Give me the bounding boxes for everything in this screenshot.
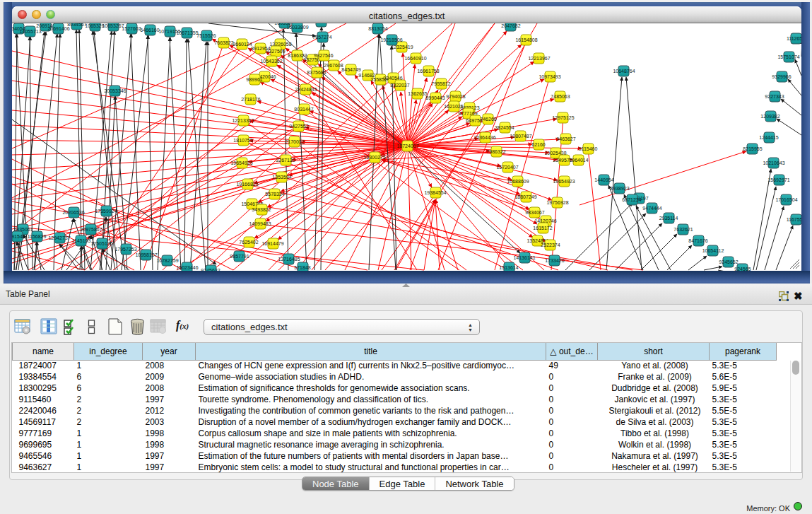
svg-text:2170012: 2170012 [285,139,304,144]
svg-text:924565: 924565 [734,267,751,271]
svg-text:7625402: 7625402 [239,240,258,245]
svg-text:17359924: 17359924 [95,209,117,214]
svg-text:391547: 391547 [12,234,25,239]
svg-text:9794028: 9794028 [446,94,465,99]
svg-text:8454749: 8454749 [341,67,360,72]
svg-text:19654923: 19654923 [553,179,575,184]
svg-text:10671355: 10671355 [176,30,198,35]
svg-text:20975867: 20975867 [80,227,102,232]
svg-text:1145193: 1145193 [72,238,91,243]
svg-text:1167553: 1167553 [787,217,801,222]
svg-text:12505135: 12505135 [90,241,112,246]
svg-text:16033809: 16033809 [286,25,308,30]
svg-text:20364436: 20364436 [473,135,495,140]
svg-text:746266: 746266 [480,117,496,122]
svg-text:15751074: 15751074 [777,54,799,59]
svg-text:9834067: 9834067 [525,210,544,215]
svg-text:9227343: 9227343 [765,94,784,99]
svg-text:18724007: 18724007 [396,144,418,148]
svg-text:1156829: 1156829 [28,234,47,239]
svg-text:1810755: 1810755 [233,138,252,143]
svg-text:10654112: 10654112 [702,248,724,253]
svg-text:3824554: 3824554 [495,125,514,130]
svg-text:9329966: 9329966 [772,74,791,79]
svg-text:10973493: 10973493 [539,74,560,79]
svg-text:7632621: 7632621 [673,227,693,232]
svg-text:7485063: 7485063 [551,94,570,99]
svg-text:1733426: 1733426 [545,258,564,263]
svg-text:6871234: 6871234 [622,197,641,202]
svg-text:17016504: 17016504 [775,197,797,202]
svg-text:20206536: 20206536 [62,210,84,215]
svg-text:13716485: 13716485 [278,257,300,262]
svg-text:1440954: 1440954 [594,177,613,182]
svg-text:12213313: 12213313 [232,118,254,123]
svg-text:8471676: 8471676 [688,238,707,243]
svg-text:62160: 62160 [531,142,546,147]
svg-text:22424845: 22424845 [295,87,317,92]
svg-text:10653267: 10653267 [102,23,124,28]
svg-text:1244415: 1244415 [759,135,778,140]
svg-text:9474444: 9474444 [642,206,661,211]
svg-text:14099483: 14099483 [249,221,271,226]
svg-text:19384554: 19384554 [424,190,446,195]
svg-text:989961: 989961 [246,77,262,82]
svg-text:1513614: 1513614 [499,265,518,270]
svg-text:20053346: 20053346 [104,88,126,93]
svg-text:20691406: 20691406 [47,26,69,31]
svg-text:14055713: 14055713 [19,29,41,34]
svg-text:16154808: 16154808 [515,37,537,42]
svg-text:19756928: 19756928 [546,200,568,205]
svg-text:15023446: 15023446 [176,265,198,270]
svg-text:2522374: 2522374 [541,243,560,247]
svg-text:2718176: 2718176 [241,97,260,102]
svg-text:8660124: 8660124 [233,42,252,47]
svg-text:8938923: 8938923 [610,186,629,191]
svg-text:9427552: 9427552 [289,124,308,129]
svg-text:6466160: 6466160 [140,28,159,33]
svg-text:10648764: 10648764 [613,69,635,74]
svg-text:9857791: 9857791 [230,254,249,259]
svg-text:8375685: 8375685 [307,70,326,75]
svg-text:10210643: 10210643 [763,160,784,165]
svg-text:15692971: 15692971 [767,177,789,182]
svg-text:2967608: 2967608 [324,63,343,68]
svg-text:1209382: 1209382 [760,114,779,119]
svg-text:17957253: 17957253 [114,247,136,252]
svg-text:12213967: 12213967 [528,56,550,61]
svg-text:1615172: 1615172 [533,226,552,230]
svg-text:9245652: 9245652 [719,259,738,264]
svg-text:19166825: 19166825 [236,182,258,187]
svg-text:5578334: 5578334 [265,192,284,197]
svg-text:7515526: 7515526 [196,33,216,38]
svg-text:9327546: 9327546 [314,53,333,58]
svg-text:10543362: 10543362 [260,59,282,64]
svg-text:3267130: 3267130 [276,158,295,163]
svg-text:7964014: 7964014 [569,158,588,163]
svg-text:3493822: 3493822 [252,207,271,212]
svg-text:16640910: 16640910 [404,56,426,61]
svg-text:15720407: 15720407 [496,165,518,170]
svg-text:16914479: 16914479 [261,241,283,246]
svg-text:9463627: 9463627 [556,136,575,141]
svg-text:571848: 571848 [294,265,310,270]
svg-text:8034567: 8034567 [67,23,86,27]
svg-text:8322037: 8322037 [390,83,409,88]
svg-text:8031447: 8031447 [294,107,313,112]
svg-text:7857274: 7857274 [312,35,331,40]
svg-text:19654925: 19654925 [230,160,252,165]
svg-text:19218506: 19218506 [380,37,402,42]
svg-text:12975125: 12975125 [552,115,574,120]
svg-text:18807249: 18807249 [514,194,536,199]
svg-text:1112654: 1112654 [787,36,801,41]
svg-text:881305: 881305 [313,23,329,24]
svg-text:15300275: 15300275 [363,155,385,160]
svg-text:8813054: 8813054 [368,26,387,31]
svg-text:16961758: 16961758 [417,69,439,74]
svg-text:7986322: 7986322 [486,149,505,154]
svg-text:7663822: 7663822 [214,40,233,45]
svg-text:9327509: 9327509 [266,49,285,54]
svg-text:12942737: 12942737 [48,235,70,240]
svg-text:7955812: 7955812 [431,81,450,86]
svg-text:2935114: 2935114 [659,216,678,221]
